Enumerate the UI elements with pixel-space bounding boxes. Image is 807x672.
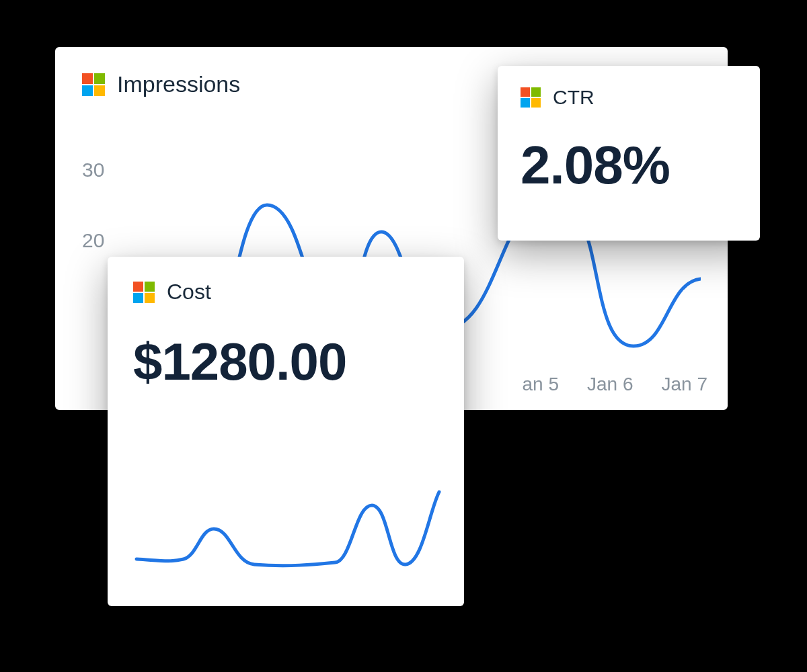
cost-card[interactable]: Cost $1280.00 xyxy=(108,257,464,606)
cost-sparkline xyxy=(137,492,439,566)
y-tick-30: 30 xyxy=(82,159,104,181)
cost-title: Cost xyxy=(167,280,211,304)
ctr-card[interactable]: CTR 2.08% xyxy=(498,66,760,241)
cost-header: Cost xyxy=(133,280,438,304)
dashboard-stage: Impressions 30 20 an 5 Jan 6 Jan 7 CTR 2… xyxy=(0,0,807,672)
ctr-header: CTR xyxy=(521,86,737,109)
y-tick-20: 20 xyxy=(82,229,104,252)
ctr-title: CTR xyxy=(553,86,594,109)
x-tick-jan7: Jan 7 xyxy=(662,374,708,395)
microsoft-icon xyxy=(133,282,155,303)
ctr-value: 2.08% xyxy=(521,134,737,196)
microsoft-icon xyxy=(82,73,105,96)
microsoft-icon xyxy=(521,87,541,108)
x-tick-jan6: Jan 6 xyxy=(587,374,633,395)
x-tick-jan5: an 5 xyxy=(523,374,560,395)
cost-sparkline-svg xyxy=(133,465,443,586)
cost-value: $1280.00 xyxy=(133,331,438,392)
impressions-title: Impressions xyxy=(117,71,240,97)
